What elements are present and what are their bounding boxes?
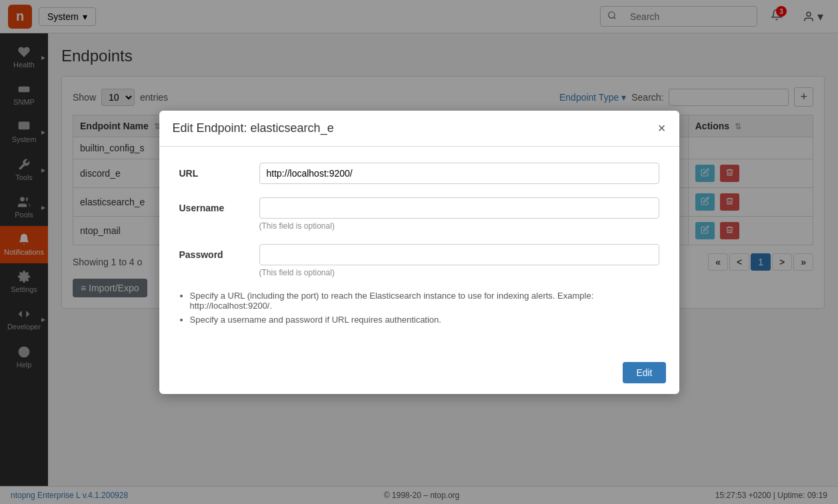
password-hint: (This field is optional) bbox=[259, 268, 659, 277]
username-field-group: Username (This field is optional) bbox=[179, 197, 659, 231]
url-field-group: URL bbox=[179, 163, 659, 184]
modal-notes: Specify a URL (including the port) to re… bbox=[179, 291, 659, 325]
note-item: Specify a URL (including the port) to re… bbox=[190, 291, 659, 311]
username-label: Username bbox=[179, 197, 259, 213]
modal-overlay: Edit Endpoint: elasticsearch_e × URL Use… bbox=[0, 0, 838, 504]
username-input[interactable] bbox=[259, 197, 659, 219]
modal-header: Edit Endpoint: elasticsearch_e × bbox=[159, 111, 679, 147]
password-label: Password bbox=[179, 244, 259, 260]
url-label: URL bbox=[179, 163, 259, 179]
username-hint: (This field is optional) bbox=[259, 221, 659, 231]
edit-endpoint-modal: Edit Endpoint: elasticsearch_e × URL Use… bbox=[159, 111, 679, 394]
modal-footer: Edit bbox=[159, 351, 679, 394]
note-item: Specify a username and password if URL r… bbox=[190, 315, 659, 325]
modal-body: URL Username (This field is optional) Pa… bbox=[159, 147, 679, 351]
password-input[interactable] bbox=[259, 244, 659, 265]
url-input[interactable] bbox=[259, 163, 659, 184]
password-field-group: Password (This field is optional) bbox=[179, 244, 659, 277]
edit-submit-button[interactable]: Edit bbox=[623, 362, 665, 383]
modal-title: Edit Endpoint: elasticsearch_e bbox=[173, 121, 334, 135]
modal-close-button[interactable]: × bbox=[658, 121, 666, 135]
